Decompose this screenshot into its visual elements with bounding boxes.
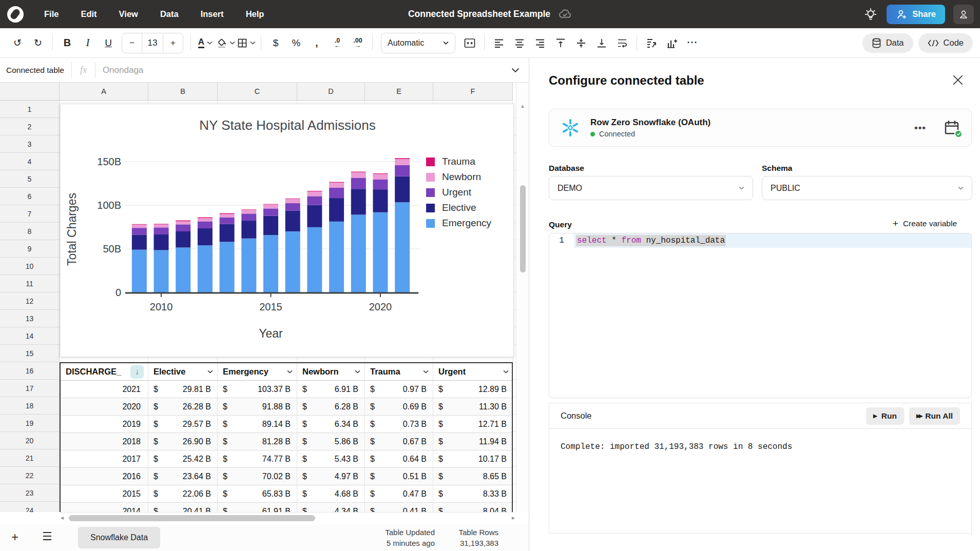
- run-button[interactable]: ▶Run: [866, 407, 904, 425]
- menu-help[interactable]: Help: [246, 9, 264, 19]
- table-cell[interactable]: $29.57 B: [148, 416, 218, 432]
- table-cell[interactable]: $5.86 B: [297, 433, 365, 450]
- table-cell[interactable]: $61.91 B: [218, 503, 297, 512]
- embedded-chart[interactable]: NY State Hospital AdmissionsTotal Charge…: [60, 104, 514, 357]
- sql-code-line[interactable]: select * from ny_hospital_data: [574, 233, 971, 248]
- create-variable-button[interactable]: + Create variable: [893, 218, 957, 229]
- vertical-align-bottom-button[interactable]: [591, 33, 612, 53]
- row-header-2[interactable]: 2: [0, 118, 60, 135]
- row-header-19[interactable]: 19: [0, 415, 60, 432]
- horizontal-scrollbar[interactable]: ◂ ▸: [60, 512, 516, 523]
- run-all-button[interactable]: ▶▶Run All: [909, 407, 960, 425]
- text-wrap-button[interactable]: [612, 33, 632, 53]
- share-button[interactable]: Share: [887, 5, 945, 24]
- table-cell[interactable]: $25.42 B: [148, 450, 218, 467]
- row-header-6[interactable]: 6: [0, 188, 60, 205]
- sheet-tab-snowflake-data[interactable]: Snowflake Data: [78, 527, 160, 548]
- table-header-elective[interactable]: Elective: [148, 363, 218, 380]
- table-cell[interactable]: $8.33 B: [433, 485, 513, 502]
- row-header-5[interactable]: 5: [0, 170, 60, 188]
- menu-insert[interactable]: Insert: [201, 9, 224, 19]
- table-cell[interactable]: $5.43 B: [297, 450, 365, 467]
- number-format-select[interactable]: Automatic: [381, 33, 455, 53]
- table-cell[interactable]: $12.89 B: [433, 381, 513, 398]
- table-header-newborn[interactable]: Newborn: [297, 363, 365, 380]
- vertical-align-top-button[interactable]: [550, 33, 571, 53]
- menu-edit[interactable]: Edit: [81, 9, 97, 19]
- vertical-scrollbar-thumb[interactable]: [520, 185, 526, 272]
- table-cell[interactable]: $11.30 B: [433, 398, 513, 415]
- select-all-corner[interactable]: [0, 83, 60, 101]
- table-cell[interactable]: $0.47 B: [365, 485, 433, 502]
- decrease-decimal-button[interactable]: .0←: [327, 33, 348, 53]
- code-panel-button[interactable]: Code: [918, 33, 973, 53]
- text-color-button[interactable]: A: [195, 33, 216, 53]
- close-icon[interactable]: [951, 73, 965, 87]
- database-select[interactable]: DEMO: [549, 176, 753, 200]
- schema-select[interactable]: PUBLIC: [762, 176, 972, 200]
- table-cell[interactable]: 2020: [61, 398, 148, 415]
- merge-cells-button[interactable]: [459, 33, 480, 53]
- row-header-10[interactable]: 10: [0, 258, 60, 275]
- table-cell[interactable]: $89.14 B: [218, 416, 297, 432]
- row-header-15[interactable]: 15: [0, 345, 60, 362]
- table-cell[interactable]: $29.81 B: [148, 381, 218, 398]
- row-header-12[interactable]: 12: [0, 292, 60, 310]
- row-header-14[interactable]: 14: [0, 327, 60, 345]
- table-cell[interactable]: $103.37 B: [218, 381, 297, 398]
- schedule-button[interactable]: [944, 120, 960, 136]
- row-header-21[interactable]: 21: [0, 449, 60, 467]
- row-header-23[interactable]: 23: [0, 484, 60, 502]
- align-right-button[interactable]: [530, 33, 550, 53]
- table-cell[interactable]: $6.91 B: [297, 381, 365, 398]
- horizontal-scrollbar-thumb[interactable]: [69, 515, 315, 521]
- table-header-urgent[interactable]: Urgent: [433, 363, 513, 380]
- align-center-button[interactable]: [509, 33, 530, 53]
- row-header-22[interactable]: 22: [0, 467, 60, 484]
- borders-button[interactable]: [236, 33, 257, 53]
- menu-data[interactable]: Data: [160, 9, 179, 19]
- increase-decimal-button[interactable]: .00→: [348, 33, 368, 53]
- table-cell[interactable]: $0.97 B: [365, 381, 433, 398]
- underline-button[interactable]: U: [98, 33, 119, 53]
- column-header-F[interactable]: F: [433, 83, 513, 101]
- row-header-8[interactable]: 8: [0, 223, 60, 240]
- table-cell[interactable]: 2019: [61, 416, 148, 432]
- lightbulb-icon[interactable]: [863, 7, 878, 22]
- rowzero-logo-icon[interactable]: [7, 6, 24, 23]
- font-size-value[interactable]: 13: [142, 33, 163, 53]
- table-cell[interactable]: 2017: [61, 450, 148, 467]
- table-cell[interactable]: $6.28 B: [297, 398, 365, 415]
- add-sheet-button[interactable]: +: [11, 530, 18, 544]
- font-size-decrease-button[interactable]: −: [122, 33, 142, 53]
- table-cell[interactable]: $4.97 B: [297, 468, 365, 485]
- formula-bar-expand-chevron-icon[interactable]: [511, 68, 520, 73]
- scroll-right-arrow-icon[interactable]: ▸: [512, 514, 515, 521]
- table-cell[interactable]: $23.64 B: [148, 468, 218, 485]
- bold-button[interactable]: B: [57, 33, 78, 53]
- row-header-9[interactable]: 9: [0, 240, 60, 258]
- undo-button[interactable]: ↺: [7, 33, 28, 53]
- table-cell[interactable]: $20.41 B: [148, 503, 218, 512]
- table-cell[interactable]: $0.73 B: [365, 416, 433, 432]
- table-header-discharge-[interactable]: DISCHARGE_↓: [61, 363, 148, 380]
- table-cell[interactable]: $91.88 B: [218, 398, 297, 415]
- insert-chart-button[interactable]: [662, 33, 682, 53]
- column-header-D[interactable]: D: [297, 83, 365, 101]
- column-header-E[interactable]: E: [365, 83, 433, 101]
- table-cell[interactable]: $22.06 B: [148, 485, 218, 502]
- toolbar-overflow-button[interactable]: ···: [682, 33, 703, 53]
- data-panel-button[interactable]: Data: [862, 33, 913, 53]
- table-cell[interactable]: 2018: [61, 433, 148, 450]
- connection-more-button[interactable]: •••: [914, 122, 926, 133]
- table-cell[interactable]: $70.02 B: [218, 468, 297, 485]
- data-transform-button[interactable]: [641, 33, 662, 53]
- row-header-3[interactable]: 3: [0, 135, 60, 153]
- menu-file[interactable]: File: [44, 9, 59, 19]
- sheet-list-button[interactable]: ☰: [42, 530, 52, 543]
- table-cell[interactable]: $10.17 B: [433, 450, 513, 467]
- sql-editor[interactable]: 1 select * from ny_hospital_data: [549, 233, 972, 398]
- table-cell[interactable]: $8.65 B: [433, 468, 513, 485]
- table-cell[interactable]: 2021: [61, 381, 148, 398]
- connection-card[interactable]: Row Zero Snowflake (OAuth) Connected •••: [549, 109, 972, 147]
